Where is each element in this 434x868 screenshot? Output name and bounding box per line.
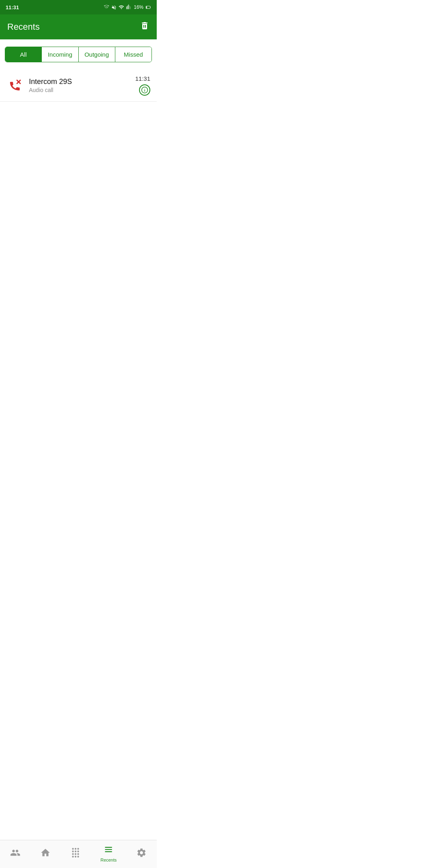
missed-call-icon bbox=[6, 77, 23, 94]
svg-text:i: i bbox=[144, 88, 145, 92]
battery-icon bbox=[145, 4, 151, 10]
call-details: Intercom 29S Audio call bbox=[29, 78, 129, 93]
filter-tabs: All Incoming Outgoing Missed bbox=[5, 47, 152, 62]
alarm-icon bbox=[104, 4, 109, 10]
table-row[interactable]: Intercom 29S Audio call 11:31 i bbox=[0, 70, 157, 102]
call-list: Intercom 29S Audio call 11:31 i bbox=[0, 70, 157, 102]
status-icons: 16% bbox=[104, 4, 151, 10]
call-info-button[interactable]: i bbox=[139, 84, 150, 96]
call-contact-name: Intercom 29S bbox=[29, 78, 129, 86]
delete-button[interactable] bbox=[140, 21, 149, 33]
tab-outgoing[interactable]: Outgoing bbox=[78, 47, 115, 62]
call-time: 11:31 bbox=[135, 75, 150, 82]
signal-icon bbox=[126, 4, 132, 10]
call-meta: 11:31 i bbox=[135, 75, 150, 96]
call-type-label: Audio call bbox=[29, 87, 129, 93]
header: Recents bbox=[0, 14, 157, 39]
tab-all[interactable]: All bbox=[5, 47, 41, 62]
status-time: 11:31 bbox=[6, 4, 19, 10]
page-title: Recents bbox=[7, 22, 40, 32]
battery-label: 16% bbox=[134, 4, 143, 10]
mute-icon bbox=[111, 5, 117, 10]
wifi-icon bbox=[119, 4, 124, 10]
svg-rect-1 bbox=[146, 6, 147, 8]
tab-missed[interactable]: Missed bbox=[115, 47, 151, 62]
tab-incoming[interactable]: Incoming bbox=[41, 47, 78, 62]
status-bar: 11:31 16% bbox=[0, 0, 157, 14]
